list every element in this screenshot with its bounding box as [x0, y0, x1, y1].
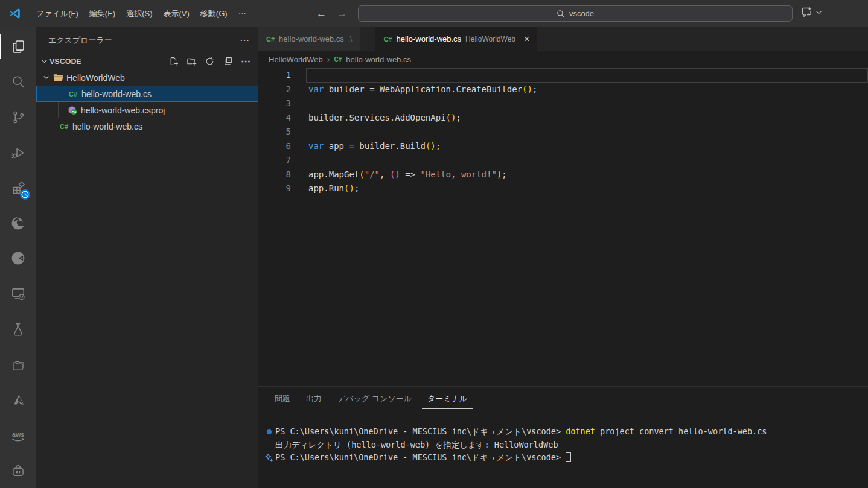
activity-bar: aws: [0, 27, 36, 488]
chevron-down-icon: [39, 57, 49, 65]
svg-text:C#: C#: [72, 110, 77, 114]
editor-tab-bar: C#hello-world-web.cs.\C#hello-world-web.…: [258, 27, 868, 51]
menu-item-more[interactable]: ⋯: [233, 5, 252, 22]
command-center-text: vscode: [569, 9, 594, 18]
file-label: HelloWorldWeb: [66, 73, 125, 83]
code-line-6[interactable]: 6var app = builder.Build();: [258, 139, 868, 154]
folder-icon: [52, 72, 64, 83]
editor-tab-2[interactable]: C#hello-world-web.csHelloWorldWeb×: [375, 27, 537, 51]
menu-item-selection[interactable]: 選択(S): [121, 5, 158, 22]
code-line-2[interactable]: 2var builder = WebApplication.CreateBuil…: [258, 83, 868, 97]
refresh-icon[interactable]: [205, 56, 215, 66]
file-tree: HelloWorldWebC#hello-world-web.csC#hello…: [36, 69, 258, 135]
remote-explorer-icon: [10, 286, 26, 302]
activity-item-aws[interactable]: aws: [0, 417, 36, 453]
line-content: var app = builder.Build();: [306, 139, 868, 154]
menu-bar: ファイル(F)編集(E)選択(S)表示(V)移動(G)⋯: [31, 5, 252, 22]
project-manager-icon: [10, 356, 26, 372]
csharp-file-icon: C#: [334, 56, 342, 63]
tab-description: .\: [348, 35, 353, 43]
tree-item-hello-world-web.cs[interactable]: C#hello-world-web.cs: [36, 118, 258, 135]
copilot-chat-icon: [799, 5, 814, 19]
menu-item-edit[interactable]: 編集(E): [84, 5, 121, 22]
nav-forward-icon[interactable]: →: [337, 0, 347, 27]
csharp-file-icon: C#: [67, 90, 79, 98]
line-number: 2: [258, 83, 291, 97]
activity-item-remote-explorer[interactable]: [0, 276, 36, 312]
activity-item-project-manager[interactable]: [0, 347, 36, 382]
line-number: 9: [258, 182, 291, 196]
line-number: 6: [258, 139, 291, 154]
close-icon[interactable]: ×: [524, 34, 529, 44]
activity-item-copilot-robot[interactable]: [0, 452, 36, 488]
panel-tab-problems[interactable]: 問題: [269, 390, 296, 409]
new-folder-icon[interactable]: [187, 56, 197, 66]
bottom-panel: 問題出力デバッグ コンソールターミナル PS C:\Users\kuni\One…: [258, 386, 868, 488]
line-number: 1: [258, 68, 291, 83]
testing-icon: [10, 322, 26, 337]
edge-icon: [10, 215, 27, 232]
svg-text:aws: aws: [12, 431, 24, 438]
tree-item-hello-world-web.csproj[interactable]: C#hello-world-web.csproj: [36, 102, 258, 118]
code-line-7[interactable]: 7: [258, 153, 868, 168]
title-bar: ファイル(F)編集(E)選択(S)表示(V)移動(G)⋯ ← → vscode: [0, 0, 868, 27]
line-number: 3: [258, 97, 291, 111]
activity-item-source-control[interactable]: [0, 100, 36, 135]
copilot-layout-button[interactable]: [799, 5, 823, 19]
command-decoration-icon: [263, 429, 275, 434]
editor-tab-1[interactable]: C#hello-world-web.cs.\: [258, 27, 360, 51]
csharp-file-icon: C#: [58, 123, 70, 130]
breadcrumb-separator: ›: [327, 54, 330, 64]
breadcrumb-item[interactable]: HelloWorldWeb: [269, 55, 323, 64]
tree-item-hello-world-web.cs[interactable]: C#hello-world-web.cs: [36, 86, 258, 102]
code-line-3[interactable]: 3: [258, 97, 868, 111]
tree-item-HelloWorldWeb[interactable]: HelloWorldWeb: [36, 69, 258, 86]
activity-item-search[interactable]: [0, 65, 36, 100]
activity-item-edge-devtools[interactable]: [0, 241, 36, 276]
breadcrumb-item[interactable]: hello-world-web.cs: [346, 55, 411, 64]
terminal-cursor: [566, 452, 571, 462]
update-badge-clock-icon: [20, 189, 30, 200]
menu-item-view[interactable]: 表示(V): [158, 5, 195, 22]
csproj-file-icon: C#: [66, 106, 78, 115]
nav-back-icon[interactable]: ←: [316, 0, 327, 27]
line-content: builder.Services.AddOpenApi();: [306, 111, 868, 125]
menu-item-file[interactable]: ファイル(F): [31, 5, 84, 22]
line-number: 4: [258, 111, 291, 125]
chevron-down-icon: [41, 74, 51, 81]
chevron-down-icon: [815, 8, 823, 16]
vscode-logo-icon: [8, 7, 21, 20]
code-line-1[interactable]: 1: [258, 68, 868, 83]
collapse-all-icon[interactable]: [223, 56, 233, 66]
new-file-icon[interactable]: [168, 56, 179, 66]
code-line-5[interactable]: 5: [258, 125, 868, 139]
code-line-8[interactable]: 8app.MapGet("/", () => "Hello, world!");: [258, 168, 868, 182]
activity-item-testing[interactable]: [0, 311, 36, 347]
terminal-text: 出力ディレクトリ (hello-world-web) を指定します: Hello…: [275, 439, 558, 452]
code-line-4[interactable]: 4builder.Services.AddOpenApi();: [258, 111, 868, 125]
activity-item-extensions[interactable]: [0, 170, 36, 206]
tab-description: HelloWorldWeb: [465, 35, 515, 43]
panel-tab-debug-console[interactable]: デバッグ コンソール: [332, 390, 417, 409]
code-line-9[interactable]: 9app.Run();: [258, 182, 868, 196]
csharp-file-icon: C#: [383, 36, 392, 43]
source-control-icon: [11, 110, 26, 125]
activity-item-run-debug[interactable]: [0, 135, 36, 171]
panel-tab-output[interactable]: 出力: [301, 390, 327, 409]
terminal[interactable]: PS C:\Users\kuni\OneDrive - MESCIUS inc\…: [258, 412, 868, 464]
section-header-vscode[interactable]: VSCODE ⋯: [36, 53, 258, 69]
code-editor[interactable]: 12var builder = WebApplication.CreateBui…: [258, 68, 868, 386]
panel-tab-terminal[interactable]: ターミナル: [422, 390, 473, 409]
section-label: VSCODE: [49, 57, 81, 66]
section-more-actions-icon[interactable]: ⋯: [241, 55, 251, 67]
terminal-line: PS C:\Users\kuni\OneDrive - MESCIUS inc\…: [263, 451, 868, 464]
activity-item-azure[interactable]: [0, 382, 36, 417]
terminal-line: PS C:\Users\kuni\OneDrive - MESCIUS inc\…: [263, 425, 868, 439]
command-center-search[interactable]: vscode: [358, 5, 793, 22]
menu-item-go[interactable]: 移動(G): [195, 5, 233, 22]
explorer-more-actions-icon[interactable]: ⋯: [240, 34, 250, 46]
run-debug-icon: [10, 145, 26, 160]
activity-item-explorer[interactable]: [0, 29, 36, 65]
line-content: [306, 68, 868, 83]
activity-item-edge[interactable]: [0, 206, 36, 241]
